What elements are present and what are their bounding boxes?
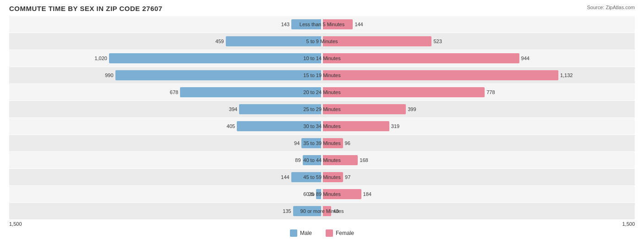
male-value: 25 (308, 191, 314, 197)
female-bar (323, 53, 519, 63)
male-bar (303, 155, 321, 165)
female-value: 944 (521, 56, 529, 61)
male-value: 135 (283, 208, 291, 214)
bar-row: 89 40 to 44 Minutes 168 (9, 152, 635, 168)
male-value: 143 (281, 22, 289, 27)
male-value: 405 (227, 123, 235, 129)
left-section: 394 (9, 101, 322, 117)
male-value: 459 (215, 39, 224, 44)
male-bar (180, 87, 321, 97)
bar-row: 678 20 to 24 Minutes 778 (9, 84, 635, 100)
female-bar (323, 87, 485, 97)
male-bar (226, 36, 321, 46)
bar-pair: 459 5 to 9 Minutes 523 (9, 33, 635, 50)
female-value: 778 (486, 89, 495, 95)
right-section: 778 (322, 84, 635, 100)
chart-title: COMMUTE TIME BY SEX IN ZIP CODE 27607 (9, 5, 163, 12)
male-bar (239, 104, 321, 114)
female-bar (323, 155, 358, 165)
bar-pair: 25 60 to 89 Minutes 184 (9, 186, 635, 202)
left-section: 25 (9, 186, 322, 202)
right-section: 399 (322, 101, 635, 117)
legend-male: Male (290, 229, 312, 237)
bar-pair: 89 40 to 44 Minutes 168 (9, 152, 635, 168)
female-value: 1,132 (560, 73, 573, 78)
female-bar (323, 104, 406, 114)
axis-row: 1,500 1,500 (9, 221, 635, 227)
left-section: 678 (9, 84, 322, 100)
legend-female: Female (326, 229, 354, 237)
bar-row: 25 60 to 89 Minutes 184 (9, 186, 635, 202)
source-text: Source: ZipAtlas.com (587, 5, 635, 10)
male-bar (301, 138, 321, 148)
bar-pair: 143 Less than 5 Minutes 144 (9, 16, 635, 33)
axis-right: 1,500 (622, 221, 635, 227)
left-section: 143 (9, 16, 322, 33)
legend: Male Female (9, 229, 635, 237)
bar-pair: 678 20 to 24 Minutes 778 (9, 84, 635, 100)
legend-male-label: Male (300, 230, 312, 236)
male-value: 144 (281, 174, 289, 180)
male-value: 89 (295, 157, 300, 163)
female-bar (323, 189, 361, 199)
male-bar (293, 206, 321, 216)
female-value: 184 (363, 191, 371, 197)
right-section: 1,132 (322, 67, 635, 84)
legend-male-box (290, 229, 297, 237)
female-value: 97 (345, 174, 350, 180)
legend-female-label: Female (336, 230, 354, 236)
left-section: 990 (9, 67, 322, 84)
male-bar (291, 172, 321, 182)
male-bar (237, 121, 321, 131)
left-section: 89 (9, 152, 322, 168)
female-value: 523 (433, 39, 442, 44)
male-bar (109, 53, 321, 63)
female-value: 168 (360, 157, 368, 163)
male-value: 678 (170, 89, 178, 95)
bar-row: 143 Less than 5 Minutes 144 (9, 16, 635, 33)
male-value: 94 (294, 140, 300, 146)
female-value: 40 (333, 208, 338, 214)
female-bar (323, 19, 353, 29)
bar-pair: 405 30 to 34 Minutes 319 (9, 118, 635, 134)
right-section: 184 (322, 186, 635, 202)
female-bar (323, 138, 343, 148)
male-value: 1,020 (94, 56, 107, 61)
female-value: 399 (408, 106, 416, 112)
left-section: 459 (9, 33, 322, 50)
right-section: 944 (322, 50, 635, 67)
right-section: 523 (322, 33, 635, 50)
bar-row: 144 45 to 59 Minutes 97 (9, 169, 635, 185)
bar-row: 394 25 to 29 Minutes 399 (9, 101, 635, 117)
right-section: 168 (322, 152, 635, 168)
title-row: COMMUTE TIME BY SEX IN ZIP CODE 27607 So… (9, 5, 635, 12)
female-bar (323, 121, 389, 131)
chart-area: 143 Less than 5 Minutes 144 459 5 to 9 M… (9, 16, 635, 219)
female-value: 144 (355, 22, 363, 27)
male-value: 394 (229, 106, 237, 112)
left-section: 135 (9, 203, 322, 219)
bar-pair: 990 15 to 19 Minutes 1,132 (9, 67, 635, 84)
chart-container: COMMUTE TIME BY SEX IN ZIP CODE 27607 So… (0, 0, 644, 240)
male-value: 990 (105, 73, 113, 78)
bar-row: 94 35 to 39 Minutes 96 (9, 135, 635, 151)
axis-left: 1,500 (9, 221, 22, 227)
male-bar (316, 189, 321, 199)
left-section: 144 (9, 169, 322, 185)
right-section: 144 (322, 16, 635, 33)
male-bar (115, 70, 321, 80)
female-value: 319 (391, 123, 399, 129)
female-bar (323, 36, 431, 46)
bar-pair: 144 45 to 59 Minutes 97 (9, 169, 635, 185)
right-section: 40 (322, 203, 635, 219)
female-bar (323, 172, 343, 182)
bar-pair: 135 90 or more Minutes 40 (9, 203, 635, 219)
female-bar (323, 70, 558, 80)
bar-row: 990 15 to 19 Minutes 1,132 (9, 67, 635, 84)
bar-row: 459 5 to 9 Minutes 523 (9, 33, 635, 50)
legend-female-box (326, 229, 333, 237)
left-section: 94 (9, 135, 322, 151)
right-section: 97 (322, 169, 635, 185)
left-section: 1,020 (9, 50, 322, 67)
male-bar (291, 19, 321, 29)
